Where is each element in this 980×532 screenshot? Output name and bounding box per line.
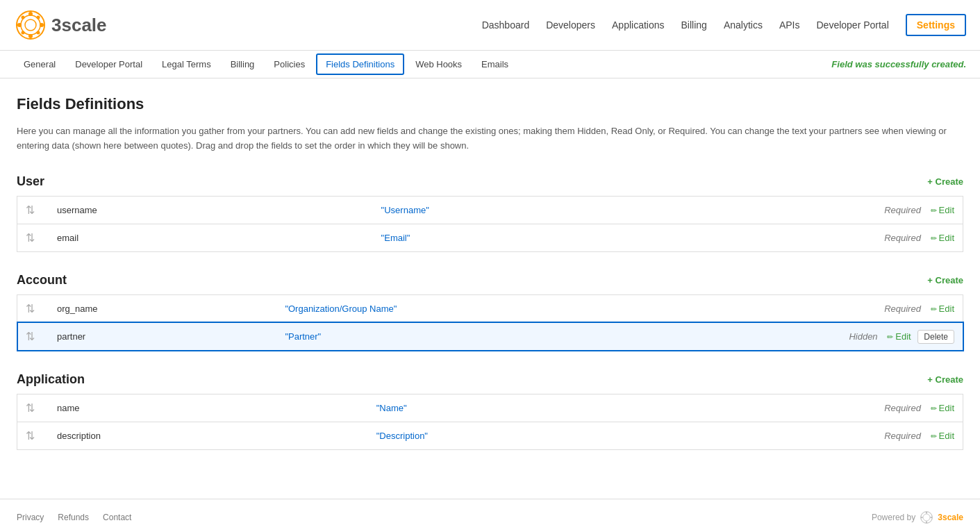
- field-status-partner: Hidden: [849, 331, 877, 342]
- application-fields-table: ⇅ name "Name" Required Edit ⇅ descriptio…: [17, 394, 963, 450]
- svg-point-3: [28, 12, 33, 16]
- drag-handle-icon[interactable]: ⇅: [26, 331, 35, 342]
- footer-refunds-link[interactable]: Refunds: [58, 513, 89, 522]
- subnav-policies[interactable]: Policies: [264, 52, 315, 76]
- field-name-appname: name: [49, 394, 368, 422]
- application-section-header: Application Create: [17, 372, 963, 387]
- account-section-title: Account: [17, 273, 67, 288]
- field-label-partner: "Partner": [276, 322, 628, 351]
- page-title: Fields Definitions: [17, 95, 963, 113]
- field-name-email: email: [49, 224, 373, 251]
- subnav-general[interactable]: General: [14, 52, 65, 76]
- nav-analytics[interactable]: Analytics: [724, 19, 763, 31]
- user-section-title: User: [17, 174, 44, 189]
- field-status-appname: Required: [884, 403, 921, 413]
- svg-point-5: [17, 23, 22, 27]
- account-create-link[interactable]: Create: [927, 275, 963, 285]
- table-row: ⇅ email "Email" Required Edit: [17, 224, 963, 251]
- account-section: Account Create ⇅ org_name "Organization/…: [17, 273, 963, 351]
- svg-point-14: [926, 521, 927, 522]
- top-nav: 3scale Dashboard Developers Applications…: [0, 0, 980, 51]
- delete-button-partner[interactable]: Delete: [917, 330, 954, 344]
- footer-links: Privacy Refunds Contact: [17, 513, 131, 522]
- user-section: User Create ⇅ username "Username" Requir…: [17, 174, 963, 252]
- logo: 3scale: [14, 8, 107, 42]
- svg-point-13: [926, 512, 927, 513]
- account-section-header: Account Create: [17, 273, 963, 288]
- field-actions-appname: Required Edit: [629, 394, 963, 422]
- edit-link-appname[interactable]: Edit: [931, 403, 954, 413]
- main-nav: Dashboard Developers Applications Billin…: [482, 14, 966, 36]
- field-status-username: Required: [884, 205, 921, 215]
- powered-by-brand: 3scale: [938, 513, 963, 522]
- main-content: Fields Definitions Here you can manage a…: [0, 78, 980, 499]
- field-label-username: "Username": [373, 196, 624, 224]
- nav-developer-portal[interactable]: Developer Portal: [816, 19, 888, 31]
- subnav-legal-terms[interactable]: Legal Terms: [152, 52, 221, 76]
- table-row: ⇅ username "Username" Required Edit: [17, 196, 963, 224]
- field-name-description: description: [49, 422, 368, 449]
- table-row: ⇅ name "Name" Required Edit: [17, 394, 963, 422]
- nav-billing[interactable]: Billing: [681, 19, 707, 31]
- subnav-billing[interactable]: Billing: [221, 52, 265, 76]
- field-label-description: "Description": [368, 422, 629, 449]
- account-fields-table: ⇅ org_name "Organization/Group Name" Req…: [17, 294, 963, 351]
- edit-link-partner[interactable]: Edit: [887, 331, 911, 342]
- nav-apis[interactable]: APIs: [779, 19, 800, 31]
- footer-contact-link[interactable]: Contact: [103, 513, 131, 522]
- field-actions-partner: Hidden Edit Delete: [629, 322, 963, 351]
- svg-point-2: [25, 19, 36, 31]
- powered-by: Powered by 3scale: [872, 510, 963, 524]
- field-name-org_name: org_name: [49, 294, 276, 322]
- edit-link-email[interactable]: Edit: [931, 233, 954, 243]
- table-row: ⇅ org_name "Organization/Group Name" Req…: [17, 294, 963, 322]
- drag-handle-icon[interactable]: ⇅: [26, 204, 35, 216]
- edit-link-description[interactable]: Edit: [931, 431, 954, 441]
- svg-point-10: [37, 31, 40, 35]
- drag-handle-icon[interactable]: ⇅: [26, 430, 35, 442]
- logo-icon: [14, 8, 47, 42]
- svg-point-4: [28, 34, 33, 38]
- table-row: ⇅ description "Description" Required Edi…: [17, 422, 963, 449]
- field-label-email: "Email": [373, 224, 624, 251]
- edit-link-username[interactable]: Edit: [931, 205, 954, 215]
- drag-handle-icon[interactable]: ⇅: [26, 232, 35, 244]
- logo-text: 3scale: [51, 15, 107, 36]
- field-name-partner: partner: [49, 322, 276, 351]
- success-message: Field was successfully created.: [831, 59, 966, 69]
- nav-dashboard[interactable]: Dashboard: [482, 19, 530, 31]
- svg-point-15: [922, 517, 923, 518]
- settings-button[interactable]: Settings: [906, 14, 966, 36]
- field-actions-description: Required Edit: [629, 422, 963, 449]
- footer: Privacy Refunds Contact Powered by 3scal…: [0, 499, 980, 532]
- subnav-emails[interactable]: Emails: [472, 52, 518, 76]
- field-label-appname: "Name": [368, 394, 629, 422]
- svg-point-12: [923, 514, 930, 521]
- nav-developers[interactable]: Developers: [546, 19, 595, 31]
- field-status-description: Required: [884, 431, 921, 441]
- edit-link-org_name[interactable]: Edit: [931, 304, 954, 314]
- footer-privacy-link[interactable]: Privacy: [17, 513, 44, 522]
- field-label-org_name: "Organization/Group Name": [276, 294, 628, 322]
- user-create-link[interactable]: Create: [927, 176, 963, 187]
- application-create-link[interactable]: Create: [927, 374, 963, 385]
- drag-handle-icon[interactable]: ⇅: [26, 303, 35, 315]
- subnav-fields-definitions[interactable]: Fields Definitions: [316, 53, 404, 75]
- subnav-developer-portal[interactable]: Developer Portal: [65, 52, 152, 76]
- field-name-username: username: [49, 196, 373, 224]
- svg-point-9: [22, 31, 25, 35]
- field-actions-username: Required Edit: [624, 196, 963, 224]
- sub-nav: General Developer Portal Legal Terms Bil…: [0, 51, 980, 78]
- nav-applications[interactable]: Applications: [612, 19, 665, 31]
- application-section-title: Application: [17, 372, 85, 387]
- drag-handle-icon[interactable]: ⇅: [26, 402, 35, 414]
- subnav-web-hooks[interactable]: Web Hooks: [406, 52, 472, 76]
- svg-point-16: [931, 517, 932, 518]
- page-description: Here you can manage all the information …: [17, 124, 963, 153]
- table-row-highlighted: ⇅ partner "Partner" Hidden Edit Delete: [17, 322, 963, 351]
- field-actions-org_name: Required Edit: [629, 294, 963, 322]
- user-section-header: User Create: [17, 174, 963, 189]
- powered-by-logo-icon: [920, 510, 933, 524]
- svg-point-6: [40, 23, 44, 27]
- field-status-email: Required: [884, 233, 921, 243]
